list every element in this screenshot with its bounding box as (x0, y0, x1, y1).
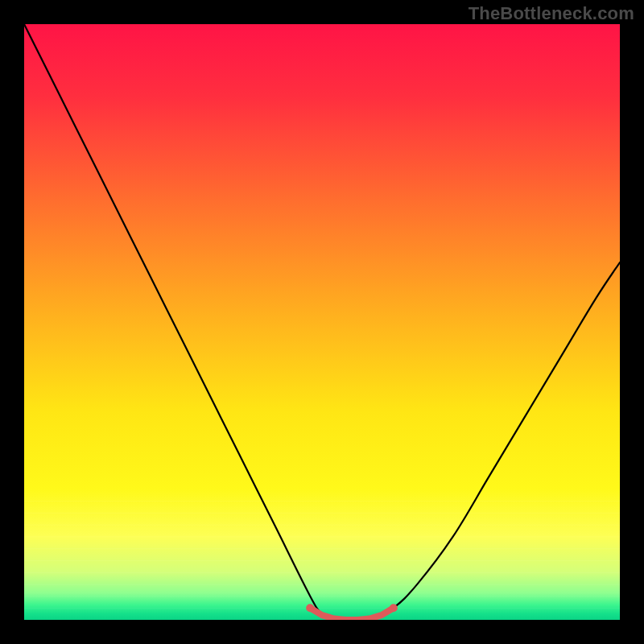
plot-area (24, 24, 620, 620)
watermark-text: TheBottleneck.com (469, 3, 634, 24)
trough-marker-line (310, 608, 394, 620)
bottleneck-curve (24, 24, 620, 620)
chart-frame: TheBottleneck.com (0, 0, 644, 644)
svg-point-11 (306, 604, 314, 612)
svg-point-12 (390, 604, 398, 612)
chart-curve-layer (24, 24, 620, 620)
